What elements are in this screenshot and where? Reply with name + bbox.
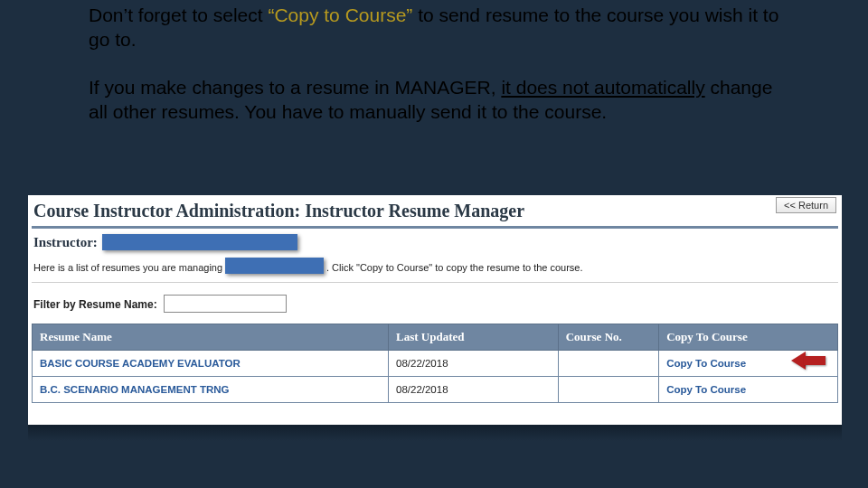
redacted-instructor-name <box>102 234 297 250</box>
intro2-pre: If you make changes to a resume in MANAG… <box>89 77 501 98</box>
cell-course-no <box>558 377 658 403</box>
resume-table: Resume Name Last Updated Course No. Copy… <box>32 324 838 403</box>
cell-last-updated: 08/22/2018 <box>389 351 559 377</box>
cell-copy: Copy To Course <box>659 377 838 403</box>
managing-description-lead: Here is a list of resumes you are managi… <box>33 262 237 273</box>
col-header-name: Resume Name <box>33 324 389 351</box>
intro-pre: Don’t forget to select <box>89 5 268 25</box>
table-row: BASIC COURSE ACADEMY EVALUATOR 08/22/201… <box>33 351 838 377</box>
cell-course-no <box>558 351 658 377</box>
slide: Don’t forget to select “Copy to Course” … <box>0 0 868 488</box>
table-header-row: Resume Name Last Updated Course No. Copy… <box>33 324 838 351</box>
filter-input[interactable] <box>164 295 287 313</box>
instruction-text: Don’t forget to select “Copy to Course” … <box>89 4 785 125</box>
redacted-managed-name <box>225 258 324 274</box>
return-button[interactable]: << Return <box>776 197 836 213</box>
cell-resume-name: B.C. SCENARIO MANAGEMENT TRNG <box>33 377 389 403</box>
cell-copy: Copy To Course <box>659 351 838 377</box>
copy-to-course-link[interactable]: Copy To Course <box>666 384 746 395</box>
cell-last-updated: 08/22/2018 <box>389 377 559 403</box>
divider <box>32 226 838 229</box>
col-header-course: Course No. <box>558 324 658 351</box>
panel-title: Course Instructor Administration: Instru… <box>33 201 524 221</box>
col-header-updated: Last Updated <box>389 324 559 351</box>
copy-to-course-link[interactable]: Copy To Course <box>666 358 746 369</box>
cell-resume-name: BASIC COURSE ACADEMY EVALUATOR <box>33 351 389 377</box>
intro-highlight: “Copy to Course” <box>268 5 412 25</box>
intro2-underline: it does not automatically <box>501 77 704 98</box>
divider-thin <box>32 282 838 283</box>
managing-description-tail: . Click "Copy to Course" to copy the res… <box>326 262 583 273</box>
admin-panel: Course Instructor Administration: Instru… <box>28 195 842 425</box>
instructor-label: Instructor: <box>33 235 98 250</box>
col-header-copy: Copy To Course <box>659 324 838 351</box>
filter-label: Filter by Resume Name: <box>33 298 157 311</box>
panel-shadow <box>28 425 842 441</box>
table-row: B.C. SCENARIO MANAGEMENT TRNG 08/22/2018… <box>33 377 838 403</box>
panel-header: Course Instructor Administration: Instru… <box>28 195 842 226</box>
